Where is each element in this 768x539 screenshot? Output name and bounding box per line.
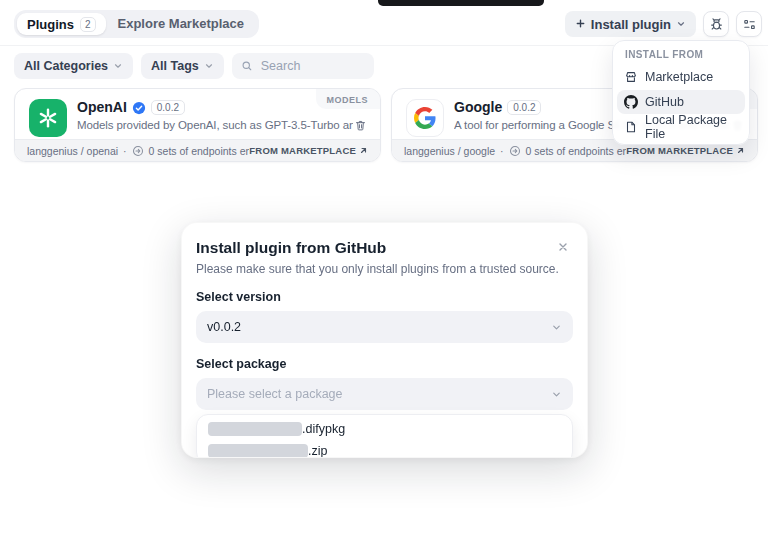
chevron-down-icon [551, 389, 562, 400]
version-select-value: v0.0.2 [207, 320, 241, 334]
card-footer-left: langgenius / openai · 0 sets of endpoint… [27, 145, 249, 157]
select-package-label: Select package [196, 357, 573, 371]
tab-plugins-label: Plugins [27, 17, 74, 32]
install-plugin-button[interactable]: Install plugin [565, 11, 696, 37]
chevron-down-icon [676, 17, 686, 32]
menu-item-local-package[interactable]: Local Package File [617, 115, 745, 139]
version-select[interactable]: v0.0.2 [196, 311, 573, 343]
page-tabs: Plugins 2 Explore Marketplace [14, 10, 259, 38]
close-icon[interactable] [554, 238, 572, 256]
dot-separator: · [123, 145, 127, 157]
plugin-name: Google [454, 99, 502, 116]
from-marketplace-label: FROM MARKETPLACE [626, 145, 733, 156]
chevron-down-icon [204, 61, 214, 71]
version-badge: 0.0.2 [507, 100, 541, 115]
package-suffix: .difypkg [302, 422, 345, 436]
openai-logo [29, 99, 67, 137]
install-from-github-modal: Install plugin from GitHub Please make s… [181, 222, 588, 458]
sliders-icon [742, 17, 757, 32]
menu-item-label: GitHub [645, 95, 684, 109]
search-box [232, 53, 374, 79]
card-footer: langgenius / openai · 0 sets of endpoint… [15, 139, 380, 161]
tab-plugins[interactable]: Plugins 2 [17, 13, 106, 35]
filter-bar: All Categories All Tags [14, 53, 374, 79]
from-marketplace-label: FROM MARKETPLACE [249, 145, 356, 156]
bug-icon [709, 17, 724, 32]
plugins-count-badge: 2 [80, 17, 96, 32]
install-from-header: INSTALL FROM [617, 46, 745, 64]
package-suffix: .zip [308, 444, 327, 458]
menu-item-github[interactable]: GitHub [617, 90, 745, 114]
plus-icon [575, 17, 586, 32]
package-option-difypkg[interactable]: .difypkg [200, 418, 569, 440]
dot-separator: · [500, 145, 504, 157]
plugin-card-openai: MODELS OpenAI 0.0.2 Models provided by O… [14, 88, 381, 162]
screen-capture-bar [378, 0, 544, 6]
search-input[interactable] [259, 58, 365, 74]
marketplace-icon [624, 70, 638, 84]
endpoint-icon [132, 145, 144, 157]
install-from-menu: INSTALL FROM Marketplace GitHub Local Pa… [612, 40, 750, 145]
modal-subtitle: Please make sure that you only install p… [196, 262, 573, 276]
card-body: OpenAI 0.0.2 Models provided by OpenAI, … [77, 99, 353, 140]
menu-item-label: Local Package File [645, 113, 738, 141]
install-plugin-label: Install plugin [591, 17, 671, 32]
package-options-panel: .difypkg .zip [196, 414, 573, 458]
plugin-org: langgenius / openai [27, 145, 118, 157]
plugin-description: Models provided by OpenAI, such as GPT-3… [77, 119, 353, 131]
file-icon [624, 120, 638, 134]
package-select[interactable]: Please select a package [196, 378, 573, 410]
card-main: OpenAI 0.0.2 Models provided by OpenAI, … [15, 89, 380, 140]
redacted-filename [208, 444, 308, 458]
version-badge: 0.0.2 [151, 100, 185, 115]
tab-explore-label: Explore Marketplace [118, 16, 244, 31]
tab-explore-marketplace[interactable]: Explore Marketplace [106, 13, 256, 35]
external-link-icon [359, 146, 368, 155]
endpoints-status: 0 sets of endpoints enabled [526, 145, 627, 157]
endpoints-status: 0 sets of endpoints enabled [149, 145, 250, 157]
endpoint-icon [509, 145, 521, 157]
external-link-icon [736, 146, 745, 155]
topbar-actions: Install plugin [565, 11, 762, 37]
modal-title: Install plugin from GitHub [196, 239, 573, 257]
debug-button[interactable] [703, 11, 729, 37]
from-marketplace-link[interactable]: FROM MARKETPLACE [626, 145, 745, 156]
plugin-name: OpenAI [77, 99, 127, 116]
topbar: Plugins 2 Explore Marketplace Install pl… [14, 10, 762, 38]
plugins-page: Plugins 2 Explore Marketplace Install pl… [0, 0, 768, 539]
card-title-row: OpenAI 0.0.2 [77, 99, 353, 116]
redacted-filename [208, 422, 302, 436]
select-version-label: Select version [196, 290, 573, 304]
search-icon [241, 60, 253, 72]
tags-filter-label: All Tags [151, 59, 199, 73]
trash-icon[interactable] [354, 119, 367, 132]
tags-filter[interactable]: All Tags [141, 53, 224, 79]
card-footer-left: langgenius / google · 0 sets of endpoint… [404, 145, 626, 157]
categories-filter[interactable]: All Categories [14, 53, 133, 79]
chevron-down-icon [551, 322, 562, 333]
chevron-down-icon [113, 61, 123, 71]
menu-item-label: Marketplace [645, 70, 713, 84]
menu-item-marketplace[interactable]: Marketplace [617, 65, 745, 89]
package-select-placeholder: Please select a package [207, 387, 343, 401]
github-icon [624, 95, 638, 109]
verified-icon [132, 101, 146, 115]
plugin-org: langgenius / google [404, 145, 495, 157]
google-logo [406, 99, 444, 137]
categories-filter-label: All Categories [24, 59, 108, 73]
package-option-zip[interactable]: .zip [200, 440, 569, 458]
from-marketplace-link[interactable]: FROM MARKETPLACE [249, 145, 368, 156]
preferences-button[interactable] [736, 11, 762, 37]
